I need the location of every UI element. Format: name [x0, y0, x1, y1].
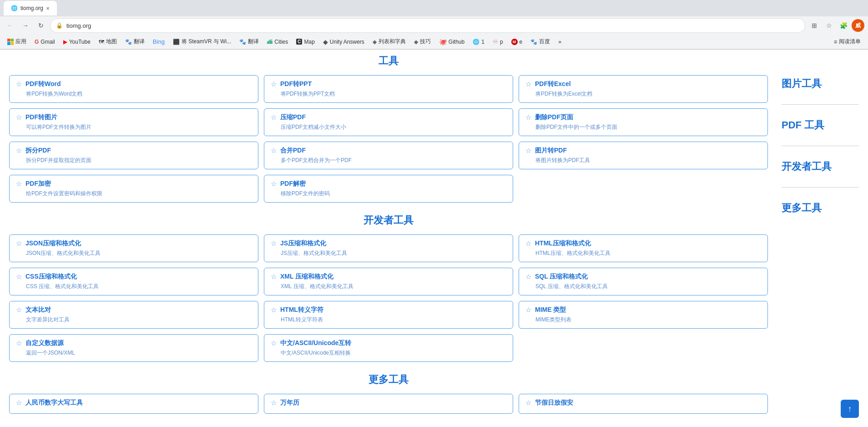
star-icon[interactable]: ☆ [525, 239, 531, 248]
bookmark-translate3[interactable]: 🐾 翻译 [236, 36, 262, 47]
star-icon[interactable]: ☆ [271, 113, 277, 122]
star-icon[interactable]: ☆ [271, 180, 277, 188]
tool-desc: SQL 压缩、格式化和美化工具 [525, 283, 761, 290]
bookmark-p-label: p [500, 39, 503, 45]
tool-sql-format[interactable]: ☆ SQL 压缩和格式化 SQL 压缩、格式化和美化工具 [519, 268, 768, 295]
bookmark-p[interactable]: ♾ p [489, 37, 507, 46]
star-icon[interactable]: ☆ [271, 147, 277, 155]
bookmark-tips[interactable]: ◆ 技巧 [410, 36, 434, 47]
tool-holiday[interactable]: ☆ 节假日放假安 [519, 394, 768, 414]
star-icon[interactable]: ☆ [16, 180, 22, 188]
bookmark-apps[interactable]: 应用 [4, 36, 30, 47]
bookmark-maps[interactable]: 🗺 地图 [95, 36, 121, 47]
bookmark-steamvr[interactable]: ⬛ 将 SteamVR 与 Wi... [169, 36, 235, 47]
tool-desc: 文字差异比对工具 [16, 316, 252, 324]
scroll-top-button[interactable]: ↑ [841, 400, 859, 418]
tool-pdf-to-word[interactable]: ☆ PDF转Word 将PDF转换为Word文档 [9, 75, 258, 103]
star-icon[interactable]: ☆ [16, 339, 22, 347]
extensions-btn[interactable]: ⊞ [808, 19, 821, 32]
tool-xml-format[interactable]: ☆ XML 压缩和格式化 XML 压缩、格式化和美化工具 [264, 268, 513, 295]
url-input[interactable] [66, 22, 799, 29]
star-icon[interactable]: ☆ [16, 147, 22, 155]
tool-merge-pdf[interactable]: ☆ 合并PDF 多个PDF文档合并为一个PDF [264, 142, 513, 169]
back-button[interactable]: ← [4, 19, 16, 32]
map-icon: C [296, 39, 302, 45]
star-icon[interactable]: ☆ [16, 80, 22, 88]
avatar[interactable]: 威 [852, 19, 864, 32]
bookmark-youtube[interactable]: ▶ YouTube [60, 37, 94, 46]
tool-image-to-pdf[interactable]: ☆ 图片转PDF 将图片转换为PDF工具 [519, 142, 768, 169]
reload-button[interactable]: ↻ [35, 19, 47, 32]
star-icon[interactable]: ☆ [271, 339, 277, 347]
tool-pdf-encrypt[interactable]: ☆ PDF加密 给PDF文件设置密码和操作权限 [9, 175, 258, 203]
star-icon[interactable]: ☆ [271, 399, 277, 407]
bookmark-gmail[interactable]: G Gmail [31, 37, 59, 46]
unity-icon: ◆ [323, 38, 328, 46]
baidu-icon: 🐾 [530, 39, 537, 45]
star-icon[interactable]: ☆ [16, 399, 22, 407]
bookmark-baidu[interactable]: 🐾 百度 [527, 36, 554, 47]
tool-unicode-convert[interactable]: ☆ 中文/ASCII/Unicode互转 中文/ASCII/Unicode互相转… [264, 334, 513, 362]
star-icon[interactable]: ☆ [16, 273, 22, 281]
tool-custom-datasource[interactable]: ☆ 自定义数据源 返回一个JSON/XML [9, 334, 258, 362]
bookmark-list[interactable]: ◆ 列表和字典 [369, 36, 409, 47]
tool-split-pdf[interactable]: ☆ 拆分PDF 拆分PDF并提取指定的页面 [9, 142, 258, 169]
profile-extensions-btn[interactable]: 🧩 [837, 19, 850, 32]
bookmark-translate2[interactable]: Bing [149, 37, 168, 46]
star-icon[interactable]: ☆ [271, 239, 277, 248]
tool-pdf-to-excel[interactable]: ☆ PDF转Excel 将PDF转换为Excel文档 [519, 75, 768, 103]
tool-title: 节假日放假安 [535, 399, 573, 407]
star-icon[interactable]: ☆ [525, 306, 531, 314]
tool-pdf-to-ppt[interactable]: ☆ PDF转PPT 将PDF转换为PPT文档 [264, 75, 513, 103]
star-icon[interactable]: ☆ [525, 399, 531, 407]
tab-close-btn[interactable]: ✕ [46, 6, 50, 11]
tool-html-format[interactable]: ☆ HTML压缩和格式化 HTML压缩、格式化和美化工具 [519, 234, 768, 262]
bookmark-unity[interactable]: ◆ Unity Answers [319, 37, 368, 47]
bookmark-translate1[interactable]: 🐾 翻译 [121, 36, 148, 47]
tool-html-escape[interactable]: ☆ HTML转义字符 HTML转义字符表 [264, 301, 513, 329]
sidebar-more-tools: 更多工具 [782, 201, 859, 215]
tool-css-format[interactable]: ☆ CSS压缩和格式化 CSS 压缩、格式化和美化工具 [9, 268, 258, 295]
tool-pdf-to-image[interactable]: ☆ PDF转图片 可以将PDF文件转换为图片 [9, 108, 258, 136]
bookmark-1-icon: 🌐 [473, 39, 479, 45]
tool-pdf-decrypt[interactable]: ☆ PDF解密 移除PDF文件的密码 [264, 175, 513, 203]
bookmark-steamvr-label: 将 SteamVR 与 Wi... [182, 38, 231, 46]
more-section-header: 更多工具 [9, 373, 768, 386]
bookmark-map[interactable]: C Map [293, 37, 318, 46]
lock-icon: 🔒 [56, 22, 63, 29]
tool-desc: 拆分PDF并提取指定的页面 [16, 157, 252, 164]
bookmark-more[interactable]: » [555, 37, 565, 46]
bookmark-cities[interactable]: 🏙 Cities [263, 37, 292, 46]
tool-rmb[interactable]: ☆ 人民币数字大写工具 [9, 394, 258, 414]
reading-list-btn[interactable]: ≡ 阅读清单 [830, 36, 864, 47]
tool-title: JS压缩和格式化 [280, 239, 326, 248]
bookmark-e[interactable]: M e [508, 37, 526, 46]
star-icon[interactable]: ☆ [525, 273, 531, 281]
star-icon[interactable]: ☆ [16, 239, 22, 248]
star-icon[interactable]: ☆ [16, 113, 22, 122]
star-icon[interactable]: ☆ [271, 80, 277, 88]
tool-text-diff[interactable]: ☆ 文本比对 文字差异比对工具 [9, 301, 258, 329]
tool-calendar[interactable]: ☆ 万年历 [264, 394, 513, 414]
bookmark-1[interactable]: 🌐 1 [469, 37, 488, 46]
tool-title: PDF加密 [25, 180, 51, 188]
star-icon[interactable]: ☆ [271, 306, 277, 314]
star-icon[interactable]: ☆ [16, 306, 22, 314]
star-icon[interactable]: ☆ [525, 80, 531, 88]
forward-button[interactable]: → [19, 19, 32, 32]
tool-json-format[interactable]: ☆ JSON压缩和格式化 JSON压缩、格式化和美化工具 [9, 234, 258, 262]
tool-compress-pdf[interactable]: ☆ 压缩PDF 压缩PDF文档减小文件大小 [264, 108, 513, 136]
tool-mime-type[interactable]: ☆ MIME 类型 MIME类型列表 [519, 301, 768, 329]
star-icon[interactable]: ☆ [271, 273, 277, 281]
star-icon[interactable]: ☆ [525, 147, 531, 155]
tool-delete-pdf-page[interactable]: ☆ 删除PDF页面 删除PDF文件中的一个或多个页面 [519, 108, 768, 136]
bookmark-btn[interactable]: ☆ [823, 19, 835, 32]
bookmark-github[interactable]: 🐙 Github [435, 37, 468, 47]
tool-js-format[interactable]: ☆ JS压缩和格式化 JS压缩、格式化和美化工具 [264, 234, 513, 262]
star-icon[interactable]: ☆ [525, 113, 531, 122]
bookmark-more-label: » [558, 39, 561, 45]
active-tab[interactable]: 🌐 tiomg.org ✕ [4, 1, 57, 15]
tab-favicon: 🌐 [11, 5, 18, 11]
tool-title: JSON压缩和格式化 [25, 239, 81, 248]
tab-title: tiomg.org [20, 5, 43, 11]
